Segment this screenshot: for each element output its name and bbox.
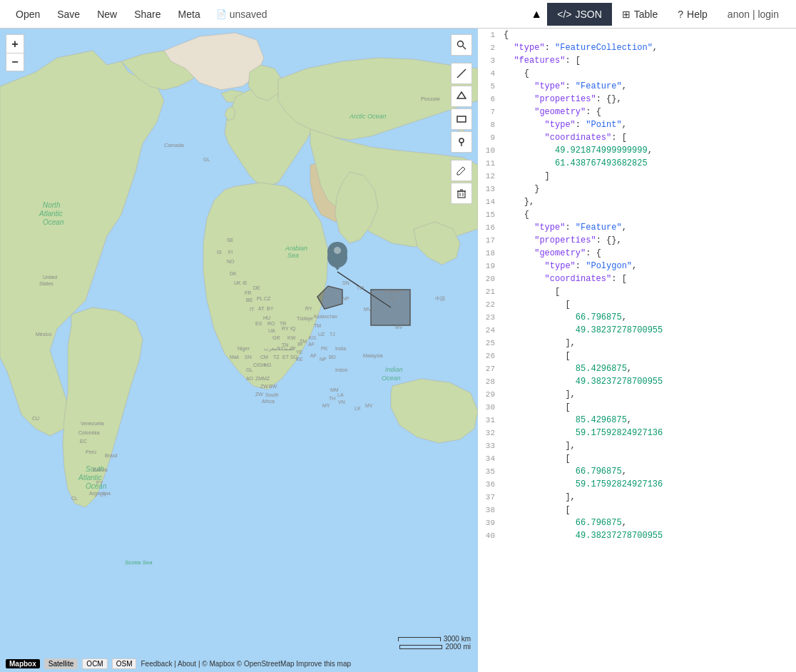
zoom-in-button[interactable]: + [6, 34, 24, 53]
draw-polygon-button[interactable] [451, 86, 472, 107]
line-number: 4 [478, 68, 504, 80]
svg-text:MV: MV [365, 403, 373, 408]
tab-json[interactable]: </> JSON [547, 3, 612, 26]
svg-text:Монгол: Монгол [385, 289, 402, 294]
svg-text:RO: RO [267, 321, 275, 326]
line-content: } [504, 183, 790, 195]
svg-text:Indian: Indian [385, 366, 403, 373]
json-panel: 1{2 "type": "FeatureCollection",3 "featu… [478, 29, 796, 672]
json-content[interactable]: 1{2 "type": "FeatureCollection",3 "featu… [478, 29, 796, 672]
svg-text:DE: DE [253, 285, 260, 290]
zoom-out-button[interactable]: − [6, 53, 24, 71]
map-attribution: Mapbox Satellite OCM OSM Feedback | Abou… [0, 658, 478, 669]
svg-text:Scotia Sea: Scotia Sea [125, 559, 153, 566]
json-icon: </> [557, 9, 571, 20]
line-content: 49.38237278700955 [504, 529, 790, 542]
json-line: 26 [ [478, 350, 796, 362]
json-line: 18 "geometry": { [478, 247, 796, 260]
line-number: 24 [478, 325, 504, 337]
edit-button[interactable] [451, 160, 472, 181]
zoom-controls: + − [6, 34, 24, 71]
json-line: 23 66.796875, [478, 311, 796, 324]
line-content: { [504, 29, 790, 41]
line-number: 21 [478, 286, 504, 298]
svg-text:AF: AF [308, 342, 315, 347]
svg-text:AO: AO [246, 376, 254, 381]
line-content: 66.796875, [504, 311, 790, 324]
draw-point-button[interactable] [451, 131, 472, 153]
json-line: 15 { [478, 208, 796, 221]
svg-line-114 [457, 69, 466, 78]
svg-text:NO: NO [227, 259, 235, 264]
svg-text:Казахстан: Казахстан [314, 314, 337, 319]
osm-button[interactable]: OSM [112, 658, 137, 669]
svg-text:KW: KW [287, 335, 296, 340]
svg-text:Türkiye: Türkiye [297, 316, 313, 322]
svg-text:GL: GL [203, 157, 210, 162]
svg-text:CZ: CZ [264, 296, 271, 301]
attribution-text: Feedback | About | © Mapbox © OpenStreet… [141, 660, 351, 668]
svg-text:FR: FR [245, 290, 251, 295]
svg-text:CIGH: CIGH [253, 362, 266, 367]
svg-text:TR: TR [280, 321, 286, 326]
line-number: 2 [478, 42, 504, 54]
panel-toggle-button[interactable]: ▲ [526, 0, 547, 29]
svg-text:BE: BE [246, 297, 253, 302]
draw-rectangle-button[interactable] [451, 108, 472, 130]
json-line: 35 66.796875, [478, 465, 796, 478]
line-content: "type": "FeatureCollection", [504, 41, 790, 54]
nav-save[interactable]: Save [49, 3, 88, 26]
line-number: 29 [478, 389, 504, 401]
nav-meta[interactable]: Meta [170, 3, 209, 26]
json-line: 37 ], [478, 491, 796, 504]
line-number: 11 [478, 158, 504, 170]
svg-line-113 [463, 46, 466, 49]
svg-text:Arabian: Arabian [285, 245, 307, 252]
nav-new[interactable]: New [88, 3, 126, 26]
draw-line-button[interactable] [451, 63, 472, 84]
svg-text:DK: DK [230, 271, 237, 276]
svg-text:LK: LK [354, 406, 361, 411]
tab-table[interactable]: ⊞ Table [612, 3, 668, 26]
json-line: 5 "type": "Feature", [478, 80, 796, 93]
line-content: ], [504, 491, 790, 504]
nav-open[interactable]: Open [7, 3, 49, 26]
svg-text:Canada: Canada [164, 142, 185, 148]
svg-text:GL: GL [246, 367, 252, 372]
delete-button[interactable] [451, 183, 472, 204]
line-content: [ [504, 504, 790, 516]
json-line: 8 "type": "Point", [478, 118, 796, 131]
json-line: 31 85.4296875, [478, 414, 796, 427]
svg-text:CM: CM [260, 355, 268, 360]
line-number: 31 [478, 414, 504, 427]
line-content: 66.796875, [504, 465, 790, 478]
json-line: 33 ], [478, 439, 796, 452]
json-line: 32 59.17592824927136 [478, 427, 796, 439]
scale-mi: 2000 mi [399, 643, 471, 651]
unsaved-label: unsaved [230, 9, 267, 20]
json-line: 22 [ [478, 298, 796, 311]
tab-help[interactable]: ? Help [668, 3, 718, 26]
edit-icon [456, 166, 466, 175]
svg-text:GR: GR [272, 335, 280, 340]
search-tool-button[interactable] [451, 34, 472, 56]
svg-text:UK: UK [234, 280, 241, 285]
json-line: 6 "properties": {}, [478, 93, 796, 106]
svg-point-2 [334, 247, 341, 254]
json-line: 19 "type": "Polygon", [478, 260, 796, 273]
mapbox-logo: Mapbox [6, 659, 40, 668]
line-content: 59.17592824927136 [504, 478, 790, 491]
svg-text:ET: ET [282, 355, 290, 360]
json-line: 24 49.38237278700955 [478, 324, 796, 337]
satellite-button[interactable]: Satellite [44, 658, 78, 669]
nav-share[interactable]: Share [126, 3, 169, 26]
line-number: 26 [478, 350, 504, 362]
map-rectangle-feature[interactable] [371, 290, 410, 325]
map-area[interactable]: North Atlantic Ocean South Atlantic Ocea… [0, 29, 478, 672]
ocm-button[interactable]: OCM [82, 658, 107, 669]
svg-text:Ocean: Ocean [43, 218, 64, 226]
line-content: ], [504, 439, 790, 452]
line-content: 49.38237278700955 [504, 324, 790, 337]
json-line: 10 49.921874999999999, [478, 144, 796, 157]
svg-text:Sea: Sea [287, 252, 299, 259]
